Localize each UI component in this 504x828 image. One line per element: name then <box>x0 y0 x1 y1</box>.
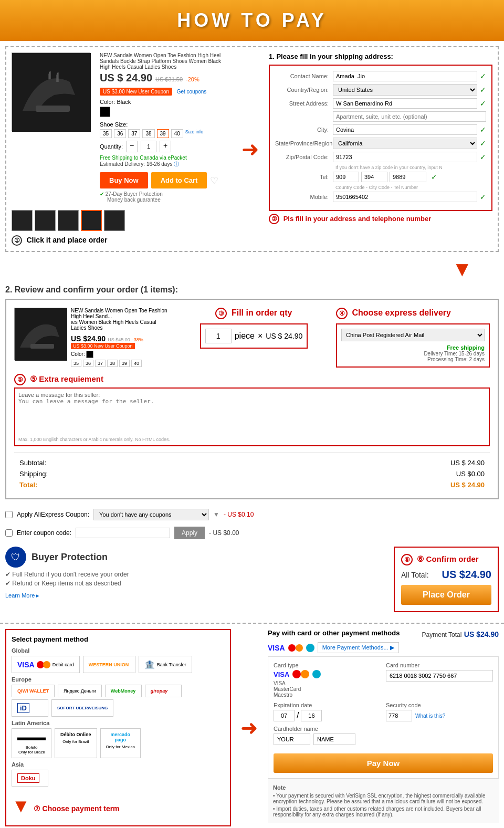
coupon-code-input[interactable] <box>76 528 170 538</box>
mobile-input[interactable] <box>333 192 477 202</box>
delivery-info-icon[interactable]: ⓘ <box>174 161 179 167</box>
note-section: Note • Your payment is secured with Veri… <box>268 779 499 823</box>
mobile-label: Mobile: <box>275 194 333 200</box>
id-method[interactable]: iD <box>12 699 48 717</box>
street-input[interactable] <box>333 98 477 109</box>
western-union-method[interactable]: WESTERN UNION <box>83 656 135 673</box>
card-form: Card type VISA VISA MasterCard Maestro C… <box>268 656 499 779</box>
delivery-select[interactable]: China Post Registered Air Mail <box>341 329 485 341</box>
expiry-month-input[interactable] <box>274 710 295 721</box>
tel-city-input[interactable] <box>361 172 387 182</box>
add-to-cart-button[interactable]: Add to Cart <box>151 172 207 188</box>
country-label: Country/Region: <box>275 87 333 93</box>
street2-input[interactable] <box>333 111 486 122</box>
mercado-icon: mercadopago <box>111 732 131 742</box>
what-is-this-link[interactable]: What is this? <box>415 713 445 719</box>
giropay-icon: giropay <box>151 688 168 694</box>
place-order-button[interactable]: Place Order <box>401 585 491 605</box>
doku-method[interactable]: Doku <box>12 770 48 787</box>
card-mc2-icon <box>301 670 309 678</box>
zip-input[interactable] <box>333 152 477 162</box>
card-number-input[interactable] <box>386 670 493 682</box>
mercado-method[interactable]: mercadopago Only for Mexico <box>100 728 141 758</box>
order-unit-price: US $ 24.90 <box>266 332 302 340</box>
bp-header: 🛡 Buyer Protection <box>5 547 386 568</box>
shipping-info: Free Shipping to Canada via ePacket Esti… <box>100 155 226 168</box>
step7-label: ⑦ Choose payment term <box>34 804 120 813</box>
yandex-method[interactable]: Яндекс Деньги <box>58 685 102 697</box>
more-methods-button[interactable]: More Payment Methods... ▶ <box>318 642 399 653</box>
bp-point1: ✔ Full Refund if you don't receive your … <box>5 571 386 578</box>
pay-card-icons: VISA More Payment Methods... ▶ <box>268 642 499 653</box>
tel-label: Tel: <box>275 174 333 180</box>
order-qty-input[interactable] <box>205 329 232 343</box>
down-arrow-icon: ▼ <box>12 792 30 820</box>
tel-number-input[interactable] <box>390 172 426 182</box>
step1-circle: ① <box>12 235 22 246</box>
message-textarea[interactable] <box>18 398 486 435</box>
size-39[interactable]: 39 <box>157 129 169 138</box>
city-input[interactable] <box>333 124 477 135</box>
guarantee-text: 27-Day Buyer Protection <box>106 191 163 197</box>
thumb-3[interactable] <box>58 210 79 231</box>
pay-now-button[interactable]: Pay Now <box>274 753 493 773</box>
size-40[interactable]: 40 <box>171 129 183 138</box>
thumb-5[interactable] <box>104 210 125 231</box>
qty-input[interactable] <box>141 141 156 152</box>
sofort-method[interactable]: SOFORT ÜBERWEISUNG <box>51 699 113 717</box>
order-size-36[interactable]: 36 <box>83 360 93 367</box>
cardholder-first-input[interactable] <box>274 733 310 745</box>
section3: Select payment method Global VISA Debit … <box>0 623 504 828</box>
order-discount: -38% <box>132 337 143 342</box>
thumb-2[interactable] <box>35 210 56 231</box>
debito-method[interactable]: Débito Online Only for Brazil <box>55 728 97 758</box>
address-side: 1. Please fill in your shipping address:… <box>269 53 492 246</box>
size-38[interactable]: 38 <box>142 129 154 138</box>
apply-button[interactable]: Apply <box>174 527 205 539</box>
order-size-37[interactable]: 37 <box>95 360 106 367</box>
tel-country-input[interactable] <box>333 172 359 182</box>
wishlist-icon[interactable]: ♡ <box>210 175 218 186</box>
get-coupons-link[interactable]: Get coupons <box>177 89 207 95</box>
europe-label: Europe <box>12 676 225 683</box>
expiry-year-input[interactable] <box>301 710 322 721</box>
contact-check-icon: ✓ <box>480 72 486 80</box>
thumb-1[interactable] <box>12 210 33 231</box>
country-row: Country/Region: United States ✓ <box>275 84 486 96</box>
coupon-code-checkbox[interactable] <box>5 529 13 537</box>
buy-now-button[interactable]: Buy Now <box>100 172 148 188</box>
security-code-input[interactable] <box>386 710 412 721</box>
contact-name-input[interactable] <box>333 71 477 81</box>
cardholder-last-input[interactable] <box>313 733 355 745</box>
delivery-label: Estimated Delivery: 16-26 days <box>100 161 172 167</box>
fill-qty-label: ③ Fill in order qty <box>177 308 331 319</box>
boleto-method[interactable]: ▬▬▬ BoletoOnly for Brazil <box>12 728 51 758</box>
country-select[interactable]: United States <box>333 84 477 96</box>
bank-transfer-method[interactable]: 🏦 Bank Transfer <box>139 656 192 673</box>
boleto-label: BoletoOnly for Brazil <box>18 745 45 754</box>
qiwi-method[interactable]: QIWI WALLET <box>12 685 55 697</box>
aliexpress-coupon-select[interactable]: You don't have any coupons <box>93 509 209 520</box>
visa-mastercard-method[interactable]: VISA Debit card <box>12 656 80 673</box>
qty-increase[interactable]: + <box>160 141 171 152</box>
webmoney-method[interactable]: WebMoney <box>105 685 142 697</box>
thumb-4[interactable] <box>81 210 102 231</box>
size-35[interactable]: 35 <box>100 129 112 138</box>
order-size-35[interactable]: 35 <box>71 360 81 367</box>
order-size-38[interactable]: 38 <box>107 360 118 367</box>
order-size-40[interactable]: 40 <box>131 360 142 367</box>
aliexpress-coupon-savings: - US $0.10 <box>224 511 254 518</box>
qty-decrease[interactable]: − <box>126 141 138 152</box>
section1: NEW Sandals Women Open Toe Fashion High … <box>5 46 499 252</box>
giropay-method[interactable]: giropay <box>145 685 182 697</box>
aliexpress-coupon-checkbox[interactable] <box>5 511 13 518</box>
learn-more-link[interactable]: Learn More ▸ <box>5 592 39 599</box>
size-37[interactable]: 37 <box>128 129 140 138</box>
western-union-icon: WESTERN UNION <box>89 662 129 667</box>
order-size-39[interactable]: 39 <box>119 360 130 367</box>
size-36[interactable]: 36 <box>114 129 126 138</box>
bp-title: Buyer Protection <box>32 552 108 563</box>
city-label: City: <box>275 127 333 133</box>
size-info-link[interactable]: Size info <box>185 129 204 138</box>
state-select[interactable]: California <box>333 138 477 149</box>
